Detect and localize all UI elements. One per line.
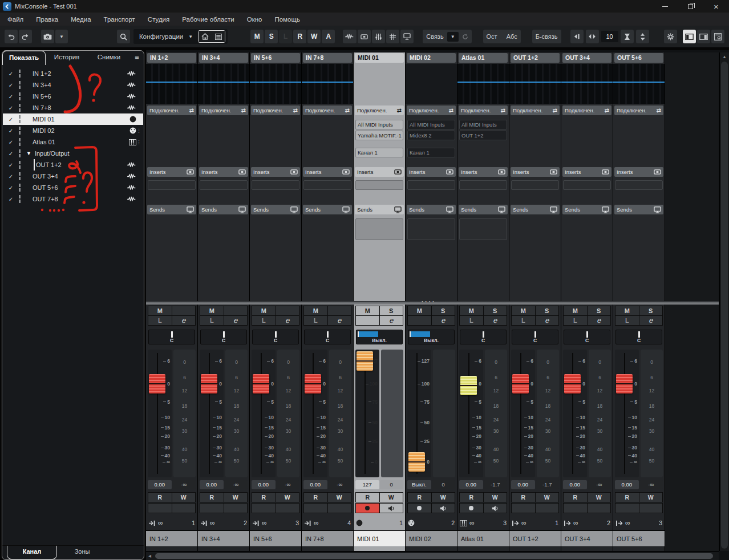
pan-control[interactable]: C xyxy=(252,330,299,344)
record-enable-button[interactable] xyxy=(408,504,431,513)
fader-level-value[interactable]: 0.00 xyxy=(563,480,587,489)
channel-name[interactable]: OUT 1+2 xyxy=(509,530,561,546)
write-automation-button[interactable]: W xyxy=(484,493,507,502)
visibility-checkbox[interactable]: ✓ xyxy=(3,82,19,88)
channel-state-r-button[interactable]: R xyxy=(293,30,306,43)
channel-list-item[interactable]: ✓▼Input/Output xyxy=(3,148,143,159)
fader-track[interactable]: 1271007550250 xyxy=(355,350,379,477)
menu-item-3[interactable]: Медиа xyxy=(64,14,97,25)
fader-level-value[interactable]: 0.00 xyxy=(615,480,639,489)
mute-button[interactable]: M xyxy=(252,306,276,315)
solo-button[interactable]: S xyxy=(536,306,559,315)
gear-icon[interactable] xyxy=(664,30,677,43)
routing-rack-header[interactable]: Подключен.⇄ xyxy=(355,105,404,115)
edit-channel-settings-button[interactable]: e xyxy=(328,316,351,325)
fader-track[interactable]: 6051015203040∞ xyxy=(511,350,535,477)
racks-routing-icon[interactable] xyxy=(386,30,399,43)
listen-button[interactable]: L xyxy=(615,316,639,325)
insert-slot[interactable] xyxy=(563,180,611,190)
pan-control[interactable]: C xyxy=(564,330,610,344)
visibility-checkbox[interactable]: ✓ xyxy=(3,151,19,157)
routing-rack-header[interactable]: Подключен.⇄ xyxy=(511,105,560,115)
eq-curve-display[interactable] xyxy=(302,64,353,104)
channel-header[interactable]: IN 7+8 xyxy=(303,53,352,63)
channel-name[interactable]: IN 7+8 xyxy=(302,530,353,546)
eq-curve-display[interactable] xyxy=(146,64,197,104)
channel-name[interactable]: IN 3+4 xyxy=(198,530,249,546)
inserts-rack-header[interactable]: Inserts xyxy=(355,167,404,177)
channel-name[interactable]: OUT 5+6 xyxy=(613,530,665,546)
read-automation-button[interactable]: R xyxy=(408,493,431,502)
more-icon[interactable]: ⋮ xyxy=(136,128,141,133)
fader-track[interactable]: 1271007550250 xyxy=(407,350,431,477)
sends-rack-header[interactable]: Sends xyxy=(614,205,663,214)
rack-divider-handle[interactable]: ···· xyxy=(146,301,719,305)
channel-name[interactable]: MIDI 01 xyxy=(354,530,405,546)
tab-Показать[interactable]: Показать xyxy=(2,51,46,65)
solo-button[interactable]: S xyxy=(588,306,611,315)
scroll-left-icon[interactable]: ◂ xyxy=(148,553,151,559)
listen-button[interactable]: L xyxy=(564,316,587,325)
peak-level-value[interactable]: 0 xyxy=(432,480,456,489)
absolute-link-button[interactable]: Абс xyxy=(507,33,517,40)
channel-list-item[interactable]: ✓IN 3+4 xyxy=(3,79,143,91)
updown-icon[interactable] xyxy=(636,30,649,43)
minimize-button[interactable] xyxy=(652,0,678,13)
listen-button[interactable]: L xyxy=(200,316,224,325)
write-automation-button[interactable]: W xyxy=(172,493,196,502)
listen-button[interactable]: L xyxy=(460,316,483,325)
eq-curve-display[interactable] xyxy=(457,64,509,104)
suspend-link-button[interactable]: Ост xyxy=(487,33,497,40)
pan-control[interactable]: C xyxy=(615,330,662,344)
search-icon[interactable] xyxy=(117,30,130,43)
more-icon[interactable]: ⋮ xyxy=(136,139,141,145)
channel-header[interactable]: MIDI 01 xyxy=(355,53,404,63)
routing-rack-header[interactable]: Подключен.⇄ xyxy=(303,105,352,115)
mute-button[interactable]: M xyxy=(460,306,483,315)
channel-list-item[interactable]: ✓IN 7+8 xyxy=(3,102,143,113)
racks-faders-icon[interactable] xyxy=(372,30,385,43)
edit-channel-settings-button[interactable]: e xyxy=(380,316,403,325)
inserts-rack-header[interactable]: Inserts xyxy=(199,167,248,177)
write-automation-button[interactable]: W xyxy=(432,493,455,502)
edit-channel-settings-button[interactable]: e xyxy=(224,316,248,325)
solo-button[interactable]: S xyxy=(432,306,455,315)
channel-header[interactable]: OUT 5+6 xyxy=(614,53,663,63)
channel-name[interactable]: IN 5+6 xyxy=(250,530,301,546)
sends-rack-header[interactable]: Sends xyxy=(459,205,508,214)
routing-target[interactable]: Yamaha MOTIF.-1 xyxy=(355,131,403,140)
tab-Снимки[interactable]: Снимки xyxy=(88,51,130,65)
read-automation-button[interactable]: R xyxy=(200,493,224,502)
sends-rack-header[interactable]: Sends xyxy=(147,205,196,214)
read-automation-button[interactable]: R xyxy=(512,493,535,502)
channel-state-a-button[interactable]: A xyxy=(322,30,335,43)
fader-level-value[interactable]: 0.00 xyxy=(200,480,224,489)
read-automation-button[interactable]: R xyxy=(356,493,379,502)
edit-channel-settings-button[interactable]: e xyxy=(588,316,611,325)
zone-tab-Канал[interactable]: Канал xyxy=(7,546,57,559)
insert-slot[interactable] xyxy=(459,180,507,190)
pan-control[interactable]: Выкл. xyxy=(408,330,455,344)
edit-channel-settings-button[interactable]: e xyxy=(276,316,299,325)
racks-hardware-icon[interactable] xyxy=(400,30,414,43)
fader-handle[interactable] xyxy=(357,351,373,371)
pan-control[interactable]: Выкл. xyxy=(356,330,403,344)
eq-curve-display[interactable] xyxy=(354,64,405,104)
fader-track[interactable]: 6051015203040∞ xyxy=(615,350,639,477)
send-slot[interactable] xyxy=(459,218,507,240)
edit-channel-settings-button[interactable]: e xyxy=(484,316,507,325)
channel-list-item[interactable]: ✓Atlas 01⋮ xyxy=(3,136,143,148)
snapshot-dropdown-icon[interactable]: ▼ xyxy=(55,30,68,43)
mute-button[interactable]: M xyxy=(615,306,639,315)
scroll-up-icon[interactable]: ▴ xyxy=(720,52,729,59)
fader-level-value[interactable]: 0.00 xyxy=(511,480,535,489)
fader-handle[interactable] xyxy=(460,376,477,395)
eq-curve-display[interactable] xyxy=(613,64,665,104)
write-automation-button[interactable]: W xyxy=(224,493,248,502)
pan-control[interactable]: C xyxy=(512,330,558,344)
configurations-combo[interactable]: Конфигурации xyxy=(139,33,183,40)
edit-channel-settings-button[interactable]: e xyxy=(639,316,663,325)
fader-track[interactable]: 6051015203040∞ xyxy=(303,350,327,477)
sends-rack-header[interactable]: Sends xyxy=(562,205,611,214)
channel-header[interactable]: IN 3+4 xyxy=(199,53,248,63)
